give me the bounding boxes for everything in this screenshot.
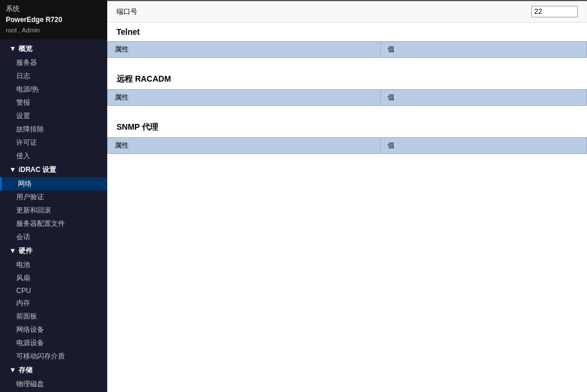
racadm-table: 属性 值 xyxy=(107,89,587,106)
expand-icon: ▼ xyxy=(9,247,16,255)
expand-icon: ▼ xyxy=(9,166,16,174)
sidebar-item-idrac[interactable]: ▼ iDRAC 设置 xyxy=(0,163,107,177)
sidebar-item-storage[interactable]: ▼ 存储 xyxy=(0,363,107,378)
sidebar-tree: ▼ 概览服务器日志电源/热警报设置故障排除许可证侵入▼ iDRAC 设置网络用户… xyxy=(0,39,107,392)
snmp-section: SNMP 代理 属性 值 xyxy=(107,118,587,154)
sidebar-item-server[interactable]: 服务器 xyxy=(0,56,107,69)
sidebar-item-intrusion[interactable]: 侵入 xyxy=(0,149,107,163)
racadm-title: 远程 RACADM xyxy=(107,69,587,89)
sidebar-item-troubleshoot[interactable]: 故障排除 xyxy=(0,123,107,136)
telnet-title: Telnet xyxy=(107,23,587,41)
top-port-input[interactable] xyxy=(531,6,578,17)
racadm-attr-header: 属性 xyxy=(108,90,381,106)
sidebar-item-networkdevice[interactable]: 网络设备 xyxy=(0,323,107,336)
racadm-section: 远程 RACADM 属性 值 xyxy=(107,69,587,106)
sidebar-item-license[interactable]: 许可证 xyxy=(0,136,107,149)
racadm-value-header: 值 xyxy=(381,90,587,106)
sidebar-item-log[interactable]: 日志 xyxy=(0,69,107,83)
snmp-attr-header: 属性 xyxy=(108,138,381,154)
device-model: PowerEdge R720 xyxy=(6,14,101,25)
expand-icon: ▼ xyxy=(9,45,16,53)
expand-icon: ▼ xyxy=(9,366,16,374)
content-area: 端口号 Telnet 属性 值 远程 RACADM xyxy=(107,1,587,392)
sidebar-item-network[interactable]: 网络 xyxy=(0,177,107,190)
sidebar-item-settings[interactable]: 设置 xyxy=(0,109,107,123)
sidebar-item-memory[interactable]: 内存 xyxy=(0,296,107,310)
snmp-title: SNMP 代理 xyxy=(107,118,587,137)
snmp-table: 属性 值 xyxy=(107,137,587,154)
sidebar-item-frontpanel[interactable]: 前面板 xyxy=(0,310,107,323)
sidebar-item-removable[interactable]: 可移动闪存介质 xyxy=(0,350,107,363)
sidebar-item-alert[interactable]: 警报 xyxy=(0,96,107,109)
snmp-value-header: 值 xyxy=(381,138,587,154)
telnet-table: 属性 值 xyxy=(107,41,587,58)
sidebar-item-session[interactable]: 会话 xyxy=(0,230,107,244)
main-panel: 端口号 Telnet 属性 值 远程 RACADM xyxy=(107,0,587,392)
telnet-value-header: 值 xyxy=(381,42,587,58)
sidebar-item-battery[interactable]: 电池 xyxy=(0,258,107,272)
sidebar-item-physicaldisk[interactable]: 物理磁盘 xyxy=(0,378,107,391)
sidebar-item-hardware[interactable]: ▼ 硬件 xyxy=(0,244,107,258)
top-port-row: 端口号 xyxy=(107,1,587,23)
sidebar-item-serverconfig[interactable]: 服务器配置文件 xyxy=(0,217,107,230)
top-port-label: 端口号 xyxy=(116,7,137,17)
telnet-section: Telnet 属性 值 xyxy=(107,23,587,58)
sidebar-item-cpu[interactable]: CPU xyxy=(0,285,107,296)
sidebar-item-update[interactable]: 更新和回滚 xyxy=(0,204,107,217)
sidebar: 系统 PowerEdge R720 root , Admin ▼ 概览服务器日志… xyxy=(0,0,107,392)
user-label: root , Admin xyxy=(6,25,101,36)
sidebar-item-overview[interactable]: ▼ 概览 xyxy=(0,42,107,56)
sidebar-item-powersupply[interactable]: 电源设备 xyxy=(0,336,107,350)
sidebar-item-auth[interactable]: 用户验证 xyxy=(0,190,107,204)
sidebar-item-power[interactable]: 电源/热 xyxy=(0,83,107,96)
sidebar-item-fan[interactable]: 风扇 xyxy=(0,272,107,285)
system-label: 系统 xyxy=(6,3,101,14)
sidebar-header: 系统 PowerEdge R720 root , Admin xyxy=(0,0,107,39)
telnet-attr-header: 属性 xyxy=(108,42,381,58)
